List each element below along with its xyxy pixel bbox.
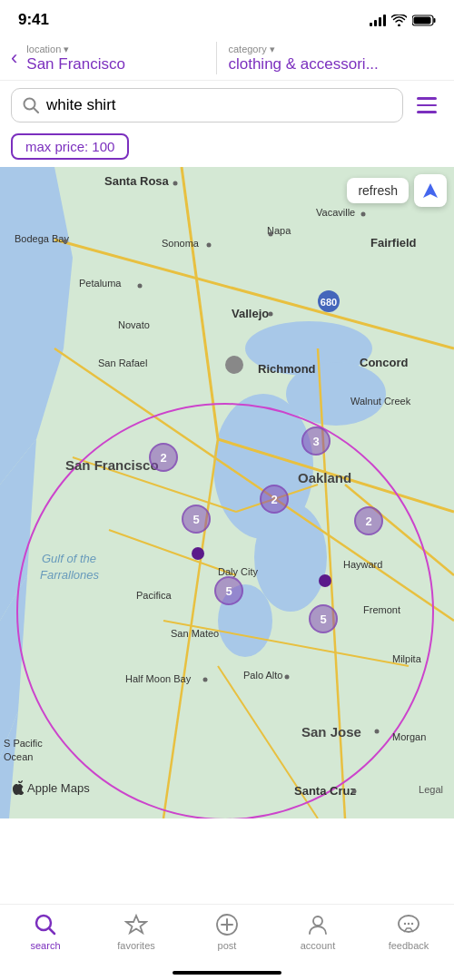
cluster-count: 5 bbox=[320, 612, 326, 626]
cluster-pin-1[interactable]: 2 bbox=[149, 443, 178, 472]
cluster-count: 5 bbox=[192, 513, 199, 526]
svg-rect-2 bbox=[414, 16, 431, 24]
menu-button[interactable] bbox=[410, 89, 443, 122]
cluster-pin-7[interactable]: 5 bbox=[309, 604, 338, 633]
svg-point-11 bbox=[254, 503, 327, 612]
favorites-nav-label: favorites bbox=[117, 940, 155, 951]
post-nav-icon bbox=[214, 912, 240, 937]
svg-point-14 bbox=[286, 362, 386, 426]
location-button[interactable] bbox=[414, 174, 447, 207]
city-dot bbox=[269, 232, 273, 237]
apple-logo bbox=[11, 780, 24, 795]
city-dot bbox=[203, 678, 208, 682]
battery-icon bbox=[412, 15, 436, 26]
svg-text:680: 680 bbox=[321, 297, 337, 308]
svg-line-4 bbox=[34, 108, 38, 113]
cluster-count: 2 bbox=[271, 493, 277, 506]
svg-point-39 bbox=[408, 923, 410, 925]
price-filter-row: max price: 100 bbox=[0, 130, 454, 167]
map-background: 680 bbox=[0, 167, 454, 818]
svg-line-31 bbox=[49, 928, 54, 934]
cluster-count: 2 bbox=[160, 451, 166, 465]
cluster-pin-5[interactable]: 2 bbox=[354, 506, 383, 535]
back-button[interactable]: ‹ bbox=[11, 46, 17, 70]
cluster-count: 3 bbox=[312, 435, 319, 448]
cluster-pin-4[interactable]: 5 bbox=[182, 505, 211, 534]
cluster-pin-2[interactable]: 3 bbox=[301, 426, 331, 456]
nav-item-favorites[interactable]: favorites bbox=[91, 912, 182, 951]
price-badge[interactable]: max price: 100 bbox=[11, 133, 129, 160]
account-nav-icon bbox=[305, 912, 331, 937]
header: ‹ location ▾ San Francisco category ▾ cl… bbox=[0, 36, 454, 81]
search-icon bbox=[23, 97, 39, 113]
search-bar-container bbox=[0, 81, 454, 130]
bottom-nav: search favorites post account bbox=[0, 904, 454, 980]
cluster-count: 2 bbox=[365, 514, 371, 528]
nav-item-post[interactable]: post bbox=[182, 912, 272, 951]
city-dot bbox=[138, 284, 143, 289]
home-indicator bbox=[173, 971, 281, 975]
nav-item-account[interactable]: account bbox=[272, 912, 363, 951]
category-label: category ▾ bbox=[228, 44, 443, 55]
city-dot bbox=[352, 789, 357, 794]
cluster-pin-3[interactable]: 2 bbox=[260, 485, 289, 514]
location-label: location ▾ bbox=[26, 44, 205, 55]
search-nav-label: search bbox=[30, 940, 60, 951]
location-filter[interactable]: location ▾ San Francisco bbox=[26, 44, 205, 74]
location-value: San Francisco bbox=[26, 55, 205, 74]
cluster-count: 5 bbox=[225, 584, 232, 598]
svg-point-40 bbox=[411, 923, 413, 925]
header-divider bbox=[216, 42, 217, 74]
post-nav-label: post bbox=[218, 940, 237, 951]
navigation-icon bbox=[421, 181, 439, 200]
feedback-nav-icon bbox=[396, 912, 421, 937]
user-location-dot bbox=[225, 356, 243, 374]
status-icons bbox=[370, 14, 436, 26]
status-time: 9:41 bbox=[18, 11, 49, 29]
signal-icon bbox=[370, 14, 386, 26]
city-dot bbox=[285, 675, 290, 680]
category-filter[interactable]: category ▾ clothing & accessori... bbox=[228, 44, 443, 74]
category-value: clothing & accessori... bbox=[228, 55, 443, 74]
wifi-icon bbox=[391, 15, 407, 26]
city-dot bbox=[375, 730, 380, 734]
cluster-pin-6[interactable]: 5 bbox=[214, 576, 243, 605]
favorites-nav-icon bbox=[123, 912, 149, 937]
search-input[interactable] bbox=[46, 96, 391, 114]
map-container[interactable]: 680 Santa Rosa Bodega Bay Sonoma Vacavil… bbox=[0, 167, 454, 818]
legal-link[interactable]: Legal bbox=[419, 784, 443, 795]
svg-point-36 bbox=[313, 916, 322, 926]
nav-item-search[interactable]: search bbox=[0, 912, 91, 951]
feedback-nav-label: feedback bbox=[389, 940, 429, 951]
city-dot bbox=[207, 243, 212, 248]
nav-item-feedback[interactable]: feedback bbox=[363, 912, 454, 951]
city-dot bbox=[64, 240, 68, 244]
city-dot bbox=[361, 212, 366, 217]
search-input-wrapper[interactable] bbox=[11, 88, 403, 122]
apple-maps-attribution: Apple Maps bbox=[11, 780, 90, 795]
svg-rect-1 bbox=[434, 18, 436, 23]
refresh-button[interactable]: refresh bbox=[347, 178, 409, 203]
dot-pin-2[interactable] bbox=[319, 574, 331, 587]
dot-pin-1[interactable] bbox=[192, 547, 204, 560]
account-nav-label: account bbox=[301, 940, 336, 951]
city-dot bbox=[269, 312, 273, 317]
apple-maps-label: Apple Maps bbox=[27, 781, 90, 795]
status-bar: 9:41 bbox=[0, 0, 454, 36]
search-nav-icon bbox=[33, 912, 58, 937]
svg-point-38 bbox=[404, 923, 406, 925]
svg-marker-29 bbox=[423, 183, 438, 198]
city-dot bbox=[173, 181, 178, 186]
svg-marker-32 bbox=[126, 916, 146, 933]
